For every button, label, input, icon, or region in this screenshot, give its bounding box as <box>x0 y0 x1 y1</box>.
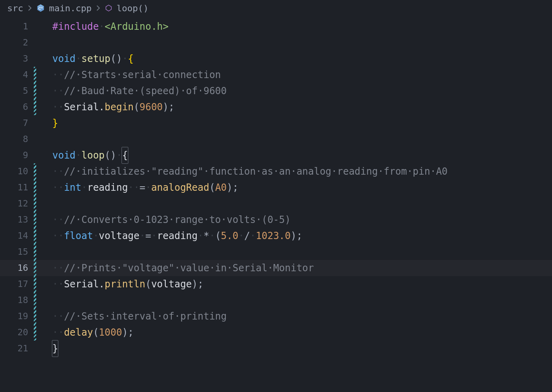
code-line[interactable]: 20··delay(1000); <box>0 324 552 340</box>
token-ident: voltage <box>99 228 140 244</box>
code-content[interactable]: ··//·Sets·interval·of·printing <box>36 308 227 324</box>
token-cmt: //·Sets·interval·of·printing <box>64 308 227 324</box>
code-content[interactable]: ··//·initializes·"reading"·function·as·a… <box>36 163 448 179</box>
line-number[interactable]: 18 <box>0 292 34 308</box>
modified-gutter-marker <box>34 276 36 292</box>
token-punct: () <box>105 147 116 163</box>
line-number[interactable]: 9 <box>0 147 34 163</box>
code-content[interactable]: } <box>36 115 58 131</box>
token-num: 1000 <box>99 324 122 340</box>
line-number[interactable]: 20 <box>0 324 34 340</box>
code-line[interactable]: 19··//·Sets·interval·of·printing <box>0 308 552 324</box>
code-line[interactable]: 21} <box>0 340 552 357</box>
line-number[interactable]: 4 <box>0 67 34 83</box>
token-ws: ·· <box>52 308 64 324</box>
token-ws: ·· <box>52 67 64 83</box>
token-kw: float <box>64 228 93 244</box>
code-content[interactable]: ··delay(1000); <box>36 324 134 340</box>
line-number[interactable]: 10 <box>0 163 34 179</box>
code-content[interactable]: } <box>36 340 58 357</box>
line-number[interactable]: 5 <box>0 83 34 99</box>
code-line[interactable]: 5··//·Baud·Rate·(speed)·of·9600 <box>0 83 552 99</box>
token-punct: ( <box>209 179 215 196</box>
code-content[interactable]: ··//·Starts·serial·connection <box>36 67 221 83</box>
line-number[interactable]: 6 <box>0 99 34 115</box>
line-number[interactable]: 15 <box>0 244 34 260</box>
token-brace-hl: { <box>122 147 128 164</box>
token-ws: · <box>93 228 99 244</box>
code-line[interactable]: 6··Serial.begin(9600); <box>0 99 552 115</box>
token-cmt: //·Converts·0-1023·range·to·volts·(0-5) <box>64 212 291 228</box>
line-number[interactable]: 2 <box>0 35 34 51</box>
code-editor[interactable]: 1#include·<Arduino.h>23void·setup()·{4··… <box>0 16 552 357</box>
line-number[interactable]: 12 <box>0 196 34 212</box>
token-punct: ( <box>215 228 221 244</box>
breadcrumb-root[interactable]: src <box>7 3 23 13</box>
code-line[interactable]: 18 <box>0 292 552 308</box>
token-fn: setup <box>81 51 110 67</box>
code-line[interactable]: 9void·loop()·{ <box>0 147 552 163</box>
code-content[interactable]: #include·<Arduino.h> <box>36 19 169 35</box>
modified-gutter-marker <box>34 260 36 276</box>
line-number[interactable]: 13 <box>0 212 34 228</box>
token-ident: . <box>99 99 105 115</box>
code-line[interactable]: 16··//·Prints·"voltage"·value·in·Serial·… <box>0 260 552 276</box>
code-content[interactable]: ··//·Baud·Rate·(speed)·of·9600 <box>36 83 227 99</box>
code-line[interactable]: 13··//·Converts·0-1023·range·to·volts·(0… <box>0 212 552 228</box>
token-cmt: //·initializes·"reading"·function·as·an·… <box>64 163 448 179</box>
token-punct: ) <box>122 324 128 340</box>
code-line[interactable]: 8 <box>0 131 552 147</box>
token-punct: ; <box>128 324 134 340</box>
code-content[interactable]: ··Serial.begin(9600); <box>36 99 174 115</box>
line-number[interactable]: 1 <box>0 19 34 35</box>
code-line[interactable]: 17··Serial.println(voltage); <box>0 276 552 292</box>
code-line[interactable]: 7} <box>0 115 552 131</box>
line-number[interactable]: 7 <box>0 115 34 131</box>
token-punct: ; <box>198 276 203 292</box>
token-fn: loop <box>81 147 105 163</box>
token-ws: · <box>140 228 145 244</box>
modified-gutter-marker <box>34 292 36 308</box>
editor-root: src C⁺ main.cpp loop() 1#include·<Arduin… <box>0 0 552 392</box>
code-line[interactable]: 15 <box>0 244 552 260</box>
line-number[interactable]: 17 <box>0 276 34 292</box>
line-number[interactable]: 8 <box>0 131 34 147</box>
token-punct: ) <box>291 228 297 244</box>
modified-gutter-marker <box>34 196 36 212</box>
token-ws: ·· <box>52 163 64 179</box>
code-line[interactable]: 2 <box>0 35 552 51</box>
code-line[interactable]: 1#include·<Arduino.h> <box>0 19 552 35</box>
line-number[interactable]: 3 <box>0 51 34 67</box>
token-ws: ·· <box>52 260 64 276</box>
token-ident: reading <box>157 228 198 244</box>
token-ws: ·· <box>52 83 64 99</box>
breadcrumb-file[interactable]: main.cpp <box>49 3 92 13</box>
code-content[interactable]: void·loop()·{ <box>36 147 128 164</box>
code-line[interactable]: 12 <box>0 196 552 212</box>
code-content[interactable]: ··//·Prints·"voltage"·value·in·Serial·Mo… <box>36 260 314 276</box>
code-content[interactable]: ··//·Converts·0-1023·range·to·volts·(0-5… <box>36 212 290 228</box>
line-number[interactable]: 21 <box>0 340 34 357</box>
line-number[interactable]: 11 <box>0 179 34 196</box>
breadcrumb-symbol[interactable]: loop() <box>117 3 148 13</box>
code-line[interactable]: 4··//·Starts·serial·connection <box>0 67 552 83</box>
line-number[interactable]: 19 <box>0 308 34 324</box>
token-ident: . <box>99 276 105 292</box>
token-cmt: //·Starts·serial·connection <box>64 67 221 83</box>
token-ws: ·· <box>52 212 64 228</box>
token-pre: #include <box>52 19 99 35</box>
token-num: 5.0 <box>221 228 238 244</box>
code-content[interactable]: ··float·voltage·=·reading·*·(5.0·/·1023.… <box>36 228 302 244</box>
code-content[interactable]: ··int·reading··=·analogRead(A0); <box>36 179 238 196</box>
line-number[interactable]: 16 <box>0 260 34 276</box>
code-content[interactable]: void·setup()·{ <box>36 51 134 67</box>
code-line[interactable]: 14··float·voltage·=·reading·*·(5.0·/·102… <box>0 228 552 244</box>
token-ident: voltage <box>151 276 192 292</box>
code-line[interactable]: 3void·setup()·{ <box>0 51 552 67</box>
code-content[interactable]: ··Serial.println(voltage); <box>36 276 204 292</box>
code-line[interactable]: 10··//·initializes·"reading"·function·as… <box>0 163 552 179</box>
code-line[interactable]: 11··int·reading··=·analogRead(A0); <box>0 179 552 196</box>
modified-gutter-marker <box>34 179 36 196</box>
modified-gutter-marker <box>34 83 36 99</box>
line-number[interactable]: 14 <box>0 228 34 244</box>
